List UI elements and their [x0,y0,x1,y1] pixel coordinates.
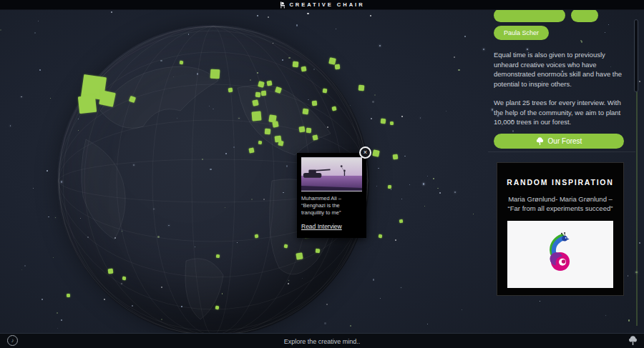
globe-marker[interactable] [372,149,380,157]
interview-caption: Muhammed Ali – “Benghazi is the tranquil… [301,195,362,217]
read-interview-link[interactable]: Read Interview [301,223,342,230]
interview-popup: × [297,153,366,238]
globe-marker[interactable] [99,90,116,107]
bottom-bar: Explore the creative mind.. [0,333,644,348]
sidebar-divider [488,151,635,152]
globe-marker[interactable] [323,89,328,94]
globe-marker[interactable] [248,147,254,153]
globe-marker[interactable] [380,118,386,124]
globe-marker[interactable] [328,57,336,65]
audio-toggle-icon[interactable]: ♪ [7,335,18,346]
globe-marker[interactable] [228,88,233,93]
chair-logo-icon [279,1,286,9]
peacock-logo [544,231,577,278]
scrollbar-thumb[interactable] [634,19,638,92]
globe-marker[interactable] [389,121,393,124]
globe-marker[interactable] [301,66,306,71]
globe-marker[interactable] [358,85,365,91]
globe-marker[interactable] [334,64,340,69]
globe-marker[interactable] [78,95,97,114]
random-inspiration-card: RANDOM INSPIRATION Maria Grønlund- Maria… [497,162,624,296]
globe-marker[interactable] [215,305,219,309]
globe-marker[interactable] [66,293,69,297]
forest-tree-icon[interactable] [628,335,638,348]
inspiration-quote: Maria Grønlund- Maria Grønlund – “Far fr… [506,194,615,213]
globe-marker[interactable] [260,90,265,95]
interviewee-pill[interactable] [571,9,598,22]
globe-marker[interactable] [283,244,288,248]
globe-marker[interactable] [312,134,318,140]
globe-marker[interactable] [293,61,299,68]
interviewee-pill[interactable] [494,9,565,22]
globe-marker[interactable] [107,268,113,274]
globe-marker[interactable] [210,69,220,79]
globe-marker[interactable] [311,100,317,106]
about-paragraph: Equal time is also given to previously u… [494,50,624,89]
globe-marker[interactable] [254,234,258,238]
globe-marker[interactable] [272,121,278,127]
interviewee-pills-row [494,9,635,22]
globe-marker[interactable] [265,129,271,135]
app: CREATIVE CHAIR [0,0,644,348]
globe-marker[interactable] [392,154,398,159]
globe-marker[interactable] [129,96,136,103]
globe-marker[interactable] [122,276,126,280]
inspiration-image[interactable] [507,221,613,288]
globe-marker[interactable] [266,80,272,86]
globe-marker[interactable] [215,254,220,258]
interviewee-pill-paula-scher[interactable]: Paula Scher [494,26,549,40]
globe-marker[interactable] [179,60,183,64]
globe-marker[interactable] [378,234,382,238]
globe-marker[interactable] [251,111,261,121]
site-title: CREATIVE CHAIR [289,1,364,8]
tagline: Explore the creative mind.. [0,338,644,345]
globe-marker[interactable] [258,81,265,88]
random-inspiration-title: RANDOM INSPIRATION [497,178,623,187]
close-icon[interactable]: × [359,146,371,159]
globe-marker[interactable] [296,252,303,259]
globe-marker[interactable] [298,126,305,132]
globe-marker[interactable] [387,184,391,188]
globe-marker[interactable] [316,249,321,254]
globe-marker[interactable] [252,99,258,106]
globe-marker[interactable] [306,127,311,132]
tree-icon [536,136,544,146]
trees-paragraph: We plant 25 trees for every interview. W… [494,98,624,127]
globe-marker[interactable] [331,106,336,111]
globe-marker[interactable] [302,108,308,114]
globe-marker[interactable] [399,219,403,223]
our-forest-label: Our Forest [548,137,582,145]
globe-marker[interactable] [258,140,262,144]
top-bar: CREATIVE CHAIR [0,0,644,10]
globe-marker[interactable] [278,140,283,146]
interview-thumbnail[interactable] [301,157,362,192]
our-forest-button[interactable]: Our Forest [494,134,624,149]
sidebar: Paula Scher Equal time is also given to … [488,0,635,296]
globe-marker[interactable] [275,86,282,94]
globe-marker[interactable] [255,91,260,97]
interviewee-pills-row: Paula Scher [494,25,635,40]
